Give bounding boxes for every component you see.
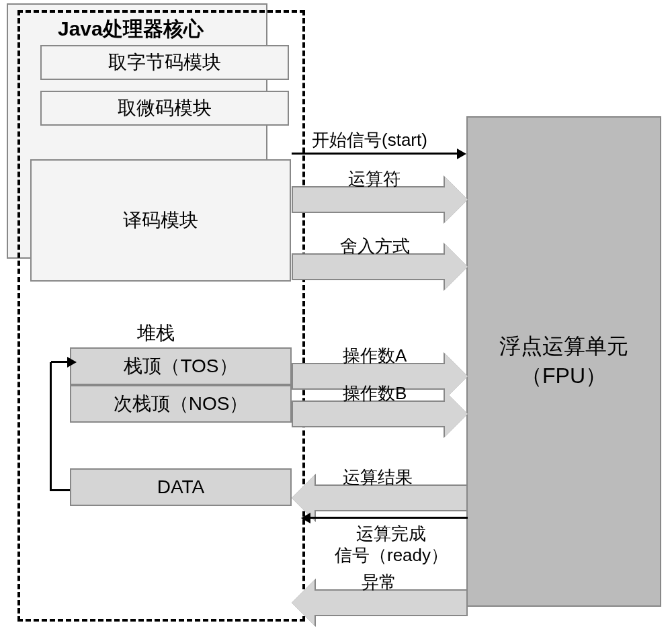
- ready-arrow: [308, 517, 468, 519]
- operand-a-label: 操作数A: [343, 344, 407, 368]
- fpu-box: 浮点运算单元 （FPU）: [466, 116, 661, 607]
- ready-label-line2: 信号（ready）: [335, 544, 448, 567]
- feedback-arrow: [36, 353, 69, 491]
- operand-b-label: 操作数B: [343, 382, 407, 405]
- bytecode-module: 取字节码模块: [40, 45, 289, 80]
- tos-box: 栈顶（TOS）: [70, 347, 292, 385]
- decode-module: 译码模块: [30, 159, 291, 282]
- data-box: DATA: [70, 468, 292, 506]
- nos-box: 次栈顶（NOS）: [70, 385, 292, 423]
- java-core-title: Java处理器核心: [58, 15, 204, 43]
- ready-label-line1: 运算完成: [356, 522, 426, 546]
- start-signal-arrow: [292, 153, 460, 155]
- diagram-container: Java处理器核心 取字节码模块 取微码模块 译码模块 堆栈 栈顶（TOS） 次…: [7, 3, 664, 628]
- operator-label: 运算符: [348, 167, 401, 191]
- stack-title: 堆栈: [137, 321, 175, 346]
- exception-label: 异常: [362, 570, 396, 594]
- fpu-title-line2: （FPU）: [521, 362, 607, 391]
- microcode-module: 取微码模块: [40, 91, 289, 126]
- result-label: 运算结果: [343, 466, 413, 489]
- fpu-title-line1: 浮点运算单元: [499, 332, 628, 362]
- rounding-label: 舍入方式: [340, 235, 410, 258]
- start-signal-label: 开始信号(start): [312, 128, 427, 152]
